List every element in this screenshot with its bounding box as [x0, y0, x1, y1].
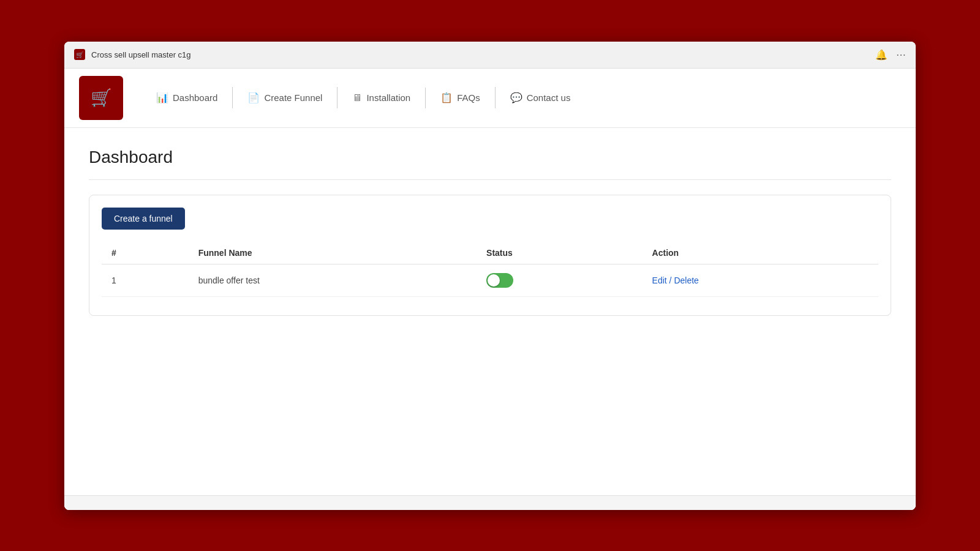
nav-item-create-funnel[interactable]: 📄 Create Funnel	[233, 87, 337, 108]
footer-bar	[64, 495, 916, 510]
nav-item-faqs[interactable]: 📋 FAQs	[426, 87, 496, 108]
table-header-row: # Funnel Name Status Action	[102, 242, 878, 264]
browser-chrome: 🛒 Cross sell upsell master c1g 🔔 ⋯	[64, 42, 916, 69]
browser-title-area: 🛒 Cross sell upsell master c1g	[74, 49, 191, 60]
dashboard-icon: 📊	[156, 92, 168, 103]
nav-label-dashboard: Dashboard	[173, 92, 217, 103]
table-card: Create a funnel # Funnel Name Status Act…	[89, 195, 891, 316]
browser-actions: 🔔 ⋯	[875, 49, 906, 61]
funnels-table: # Funnel Name Status Action 1 bundle off…	[102, 242, 878, 297]
nav-item-dashboard[interactable]: 📊 Dashboard	[141, 87, 233, 108]
bell-icon[interactable]: 🔔	[875, 49, 888, 61]
toggle-track	[486, 273, 513, 288]
nav-label-contact-us: Contact us	[527, 92, 571, 103]
nav-item-contact-us[interactable]: 💬 Contact us	[496, 87, 586, 108]
col-funnel-name: Funnel Name	[189, 242, 477, 264]
main-content: Dashboard Create a funnel # Funnel Name …	[64, 128, 916, 495]
app-favicon-icon: 🛒	[74, 49, 85, 60]
nav-label-installation: Installation	[366, 92, 410, 103]
nav-bar: 🛒 📊 Dashboard 📄 Create Funnel 🖥 Installa…	[64, 69, 916, 128]
faqs-icon: 📋	[440, 92, 453, 103]
app-content: 🛒 📊 Dashboard 📄 Create Funnel 🖥 Installa…	[64, 69, 916, 510]
nav-label-faqs: FAQs	[457, 92, 480, 103]
create-funnel-button[interactable]: Create a funnel	[102, 208, 185, 230]
nav-label-create-funnel: Create Funnel	[264, 92, 322, 103]
row-status	[477, 264, 643, 296]
row-number: 1	[102, 264, 189, 296]
edit-delete-link[interactable]: Edit / Delete	[652, 276, 699, 285]
browser-window: 🛒 Cross sell upsell master c1g 🔔 ⋯ 🛒 📊 D…	[64, 42, 916, 510]
browser-title: Cross sell upsell master c1g	[91, 50, 191, 59]
row-action: Edit / Delete	[643, 264, 878, 296]
nav-item-installation[interactable]: 🖥 Installation	[337, 88, 426, 108]
create-funnel-icon: 📄	[247, 92, 260, 103]
installation-icon: 🖥	[352, 92, 362, 103]
row-funnel-name: bundle offer test	[189, 264, 477, 296]
logo-icon: 🛒	[91, 88, 112, 108]
toggle-wrapper	[486, 273, 633, 288]
more-options-icon[interactable]: ⋯	[896, 49, 906, 61]
nav-items: 📊 Dashboard 📄 Create Funnel 🖥 Installati…	[141, 87, 585, 108]
page-title: Dashboard	[89, 148, 891, 167]
divider	[89, 179, 891, 180]
table-row: 1 bundle offer test	[102, 264, 878, 296]
col-number: #	[102, 242, 189, 264]
app-logo: 🛒	[79, 76, 123, 120]
status-toggle[interactable]	[486, 273, 513, 288]
toggle-thumb	[488, 274, 500, 287]
contact-icon: 💬	[510, 92, 522, 103]
col-action: Action	[643, 242, 878, 264]
col-status: Status	[477, 242, 643, 264]
